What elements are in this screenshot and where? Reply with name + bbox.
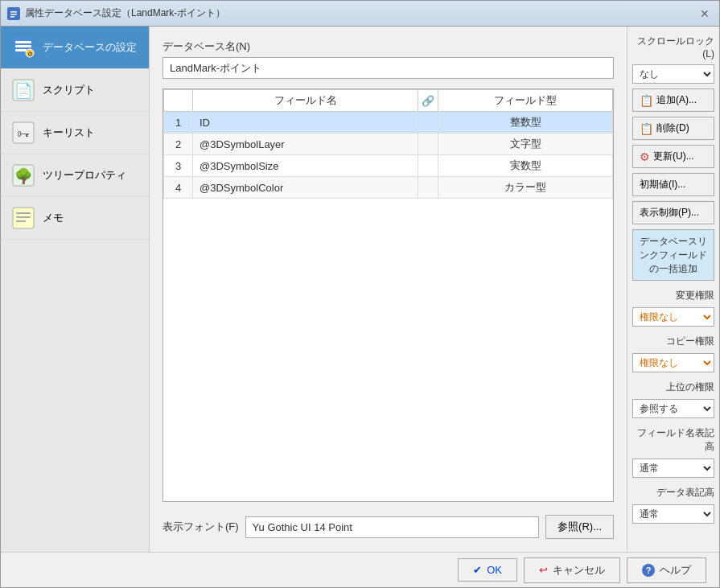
- table-row[interactable]: 2 @3DSymbolLayer 文字型: [164, 134, 613, 155]
- field-display-select[interactable]: 通常: [632, 458, 714, 478]
- change-perm-select[interactable]: 権限なし: [632, 307, 714, 327]
- col-fieldname-header: フィールド名: [193, 90, 418, 112]
- cancel-button[interactable]: ↩ キャンセル: [524, 557, 620, 583]
- cell-fieldtype: 実数型: [438, 155, 613, 177]
- sidebar-item-tree-props[interactable]: 🌳 ツリープロパティ: [1, 154, 149, 197]
- cell-fieldname: ID: [193, 112, 418, 134]
- content-area: データベース名(N) フィールド名 🔗 フィールド型 1 ID: [150, 27, 627, 552]
- font-label: 表示フォント(F): [163, 520, 239, 534]
- main-body: ⚙ データベースの設定 📄 スクリプト 🗝: [1, 27, 719, 552]
- ok-button[interactable]: ✔ OK: [458, 558, 517, 582]
- display-control-button[interactable]: 表示制御(P)...: [632, 201, 714, 224]
- keylist-icon: 🗝: [10, 120, 36, 146]
- font-value-input[interactable]: [245, 516, 540, 538]
- svg-text:🌳: 🌳: [14, 167, 33, 185]
- title-bar-left: 属性データベース設定（LandMark-ポイント）: [7, 6, 225, 20]
- data-display-select[interactable]: 通常: [632, 504, 714, 524]
- svg-rect-17: [16, 212, 31, 214]
- cell-fieldname: @3DSymbolLayer: [193, 134, 418, 155]
- right-panel: スクロールロック(L) なし 📋 追加(A)... 📋 削除(D) ⚙ 更新(U…: [627, 27, 719, 552]
- change-perm-label: 変更権限: [632, 289, 714, 302]
- svg-rect-3: [10, 16, 14, 18]
- svg-rect-1: [10, 11, 17, 13]
- cell-fieldname: @3DSymbolSize: [193, 155, 418, 177]
- tree-props-icon: 🌳: [10, 162, 36, 188]
- sidebar-item-db-settings[interactable]: ⚙ データベースの設定: [1, 27, 149, 69]
- close-button[interactable]: ✕: [697, 6, 713, 22]
- cell-link: [418, 112, 438, 134]
- db-settings-icon: ⚙: [10, 35, 36, 60]
- svg-rect-6: [15, 45, 31, 47]
- cell-fieldtype: カラー型: [438, 177, 613, 199]
- update-icon: ⚙: [640, 150, 650, 163]
- svg-rect-18: [16, 216, 31, 218]
- main-window: 属性データベース設定（LandMark-ポイント） ✕ ⚙ データベースの設定: [0, 0, 720, 588]
- col-fieldtype-header: フィールド型: [438, 90, 613, 112]
- sidebar-label-script: スクリプト: [43, 83, 95, 97]
- title-bar: 属性データベース設定（LandMark-ポイント） ✕: [1, 1, 719, 27]
- cell-num: 3: [164, 155, 193, 177]
- cell-link: [418, 177, 438, 199]
- delete-button[interactable]: 📋 削除(D): [632, 117, 714, 140]
- script-icon: 📄: [10, 77, 36, 103]
- table-row[interactable]: 4 @3DSymbolColor カラー型: [164, 177, 613, 199]
- bulk-add-button[interactable]: データベースリンクフィールドの一括追加: [632, 229, 714, 281]
- cell-num: 1: [164, 112, 193, 134]
- table-row[interactable]: 3 @3DSymbolSize 実数型: [164, 155, 613, 177]
- sidebar-label-keylist: キーリスト: [43, 125, 95, 140]
- help-button[interactable]: ? ヘルプ: [627, 557, 706, 583]
- svg-rect-7: [15, 49, 27, 51]
- add-icon: 📋: [640, 94, 653, 107]
- svg-text:🗝: 🗝: [17, 127, 30, 141]
- sidebar-item-keylist[interactable]: 🗝 キーリスト: [1, 112, 149, 154]
- field-display-label: フィールド名表記高: [632, 426, 714, 454]
- cell-fieldtype: 整数型: [438, 112, 613, 134]
- ok-check-icon: ✔: [473, 564, 482, 576]
- col-link-header: 🔗: [418, 90, 438, 112]
- delete-icon: 📋: [640, 122, 653, 135]
- memo-icon: [10, 205, 36, 231]
- svg-text:📄: 📄: [14, 82, 33, 100]
- add-button[interactable]: 📋 追加(A)...: [632, 88, 714, 112]
- help-icon: ?: [642, 564, 655, 577]
- copy-perm-select[interactable]: 権限なし: [632, 353, 714, 372]
- window-title: 属性データベース設定（LandMark-ポイント）: [25, 6, 225, 20]
- table-row[interactable]: 1 ID 整数型: [164, 112, 613, 134]
- svg-rect-5: [15, 41, 31, 43]
- copy-perm-label: コピー権限: [632, 335, 714, 348]
- font-row: 表示フォント(F) 参照(R)...: [163, 515, 614, 539]
- parent-perm-select[interactable]: 参照する: [632, 399, 714, 418]
- table-header-row: フィールド名 🔗 フィールド型: [164, 90, 613, 112]
- parent-perm-label: 上位の権限: [632, 380, 714, 394]
- sidebar-item-script[interactable]: 📄 スクリプト: [1, 69, 149, 112]
- field-table: フィールド名 🔗 フィールド型 1 ID 整数型 2 @3DSymbolLaye…: [163, 88, 614, 502]
- app-icon: [7, 7, 20, 20]
- cell-link: [418, 155, 438, 177]
- cell-num: 2: [164, 134, 193, 155]
- db-name-input[interactable]: [163, 57, 614, 79]
- scroll-lock-label: スクロールロック(L): [632, 35, 714, 60]
- data-display-label: データ表記高: [632, 486, 714, 500]
- svg-text:⚙: ⚙: [27, 51, 33, 58]
- sidebar-label-tree-props: ツリープロパティ: [43, 168, 126, 183]
- cell-fieldtype: 文字型: [438, 134, 613, 155]
- cell-link: [418, 134, 438, 155]
- sidebar-label-memo: メモ: [43, 211, 64, 225]
- db-name-label: データベース名(N): [163, 39, 614, 54]
- cell-num: 4: [164, 177, 193, 199]
- cell-fieldname: @3DSymbolColor: [193, 177, 418, 199]
- svg-rect-19: [16, 220, 26, 222]
- sidebar-item-memo[interactable]: メモ: [1, 197, 149, 240]
- svg-rect-2: [10, 14, 17, 15]
- update-button[interactable]: ⚙ 更新(U)...: [632, 145, 714, 168]
- init-button[interactable]: 初期値(I)...: [632, 173, 714, 196]
- db-name-section: データベース名(N): [163, 39, 614, 79]
- sidebar-label-db-settings: データベースの設定: [43, 40, 137, 55]
- cancel-icon: ↩: [539, 564, 548, 576]
- ref-button[interactable]: 参照(R)...: [545, 515, 614, 539]
- scroll-lock-select[interactable]: なし: [632, 64, 714, 84]
- bottom-bar: ✔ OK ↩ キャンセル ? ヘルプ: [1, 552, 719, 587]
- sidebar: ⚙ データベースの設定 📄 スクリプト 🗝: [1, 27, 150, 552]
- col-num-header: [164, 90, 193, 112]
